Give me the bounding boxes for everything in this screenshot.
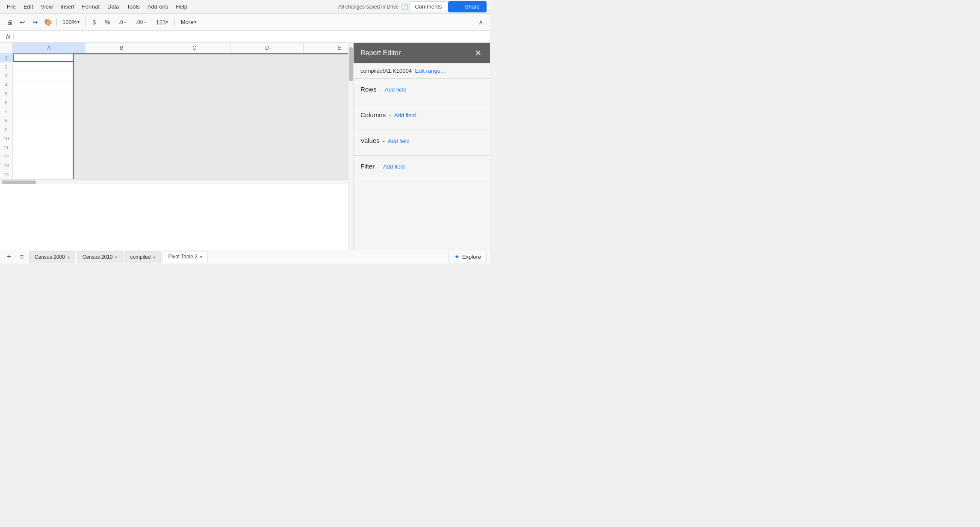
report-values-add-link[interactable]: Add field	[388, 138, 410, 144]
tab-census2000-label: Census 2000	[35, 254, 65, 260]
menu-tools[interactable]: Tools	[123, 2, 143, 12]
report-range-row: compiled!A1:K10004 Edit range...	[354, 63, 490, 79]
comments-button[interactable]: Comments	[409, 1, 447, 12]
report-editor-panel: Report Editor ✕ compiled!A1:K10004 Edit …	[353, 43, 490, 250]
tab-census2010-chevron-icon: ▾	[115, 255, 117, 260]
undo-button[interactable]: ↩	[16, 16, 28, 28]
row-num-2[interactable]: 2	[0, 62, 13, 71]
add-sheet-button[interactable]: +	[3, 252, 15, 263]
more-label: More	[181, 19, 194, 25]
formula-input[interactable]	[17, 33, 487, 40]
menu-insert[interactable]: Insert	[57, 2, 78, 12]
row-num-6[interactable]: 6	[0, 98, 13, 107]
row-num-3[interactable]: 3	[0, 71, 13, 80]
menu-edit[interactable]: Edit	[20, 2, 36, 12]
explore-button[interactable]: ✦ Explore	[449, 251, 487, 263]
report-rows-add-link[interactable]: Add field	[385, 86, 407, 93]
report-range-edit-link[interactable]: Edit range...	[415, 68, 445, 74]
zoom-chevron-icon: ▾	[77, 20, 80, 24]
toolbar-divider-1	[56, 18, 57, 27]
number-format-label: 123	[156, 19, 165, 26]
paint-format-button[interactable]: 🎨	[42, 16, 54, 28]
currency-button[interactable]: $	[88, 18, 100, 27]
share-label: Share	[465, 3, 480, 10]
report-editor-header: Report Editor ✕	[354, 43, 490, 63]
row-num-1[interactable]: 1	[0, 53, 13, 62]
tab-compiled[interactable]: compiled ▾	[124, 251, 161, 263]
col-header-d[interactable]: D	[231, 43, 304, 53]
decimal-less-arrow-icon: ←	[123, 20, 127, 24]
scrollbar-thumb-v[interactable]	[349, 47, 353, 81]
report-values-dash: -	[383, 138, 386, 144]
toolbar-right: ∧	[475, 16, 487, 28]
tab-pivottable2-chevron-icon: ▾	[200, 255, 202, 259]
decimal-less-icon: .0	[119, 19, 123, 25]
row-num-4[interactable]: 4	[0, 80, 13, 89]
col-header-a[interactable]: A	[13, 43, 86, 53]
share-person-icon: 👤	[455, 3, 462, 10]
tab-pivottable2[interactable]: Pivot Table 2 ▾	[162, 251, 208, 263]
menu-file[interactable]: File	[3, 2, 19, 12]
print-button[interactable]: 🖨	[3, 16, 15, 28]
scrollbar-thumb-h[interactable]	[2, 181, 36, 184]
save-status-text: All changes saved in Drive	[338, 4, 398, 10]
share-button[interactable]: 👤 Share	[448, 1, 487, 12]
formula-bar: fx	[0, 31, 490, 43]
toolbar-divider-3	[174, 18, 175, 27]
menu-help[interactable]: Help	[172, 2, 191, 12]
row-num-13[interactable]: 13	[0, 161, 13, 170]
report-filter-label: Filter	[360, 163, 375, 170]
horizontal-scrollbar[interactable]	[0, 179, 348, 184]
row-num-12[interactable]: 12	[0, 152, 13, 161]
row-num-7[interactable]: 7	[0, 107, 13, 116]
row-num-8[interactable]: 8	[0, 116, 13, 125]
report-section-columns: Columns - Add field	[354, 104, 490, 130]
report-section-values: Values - Add field	[354, 130, 490, 156]
percent-button[interactable]: %	[101, 18, 114, 27]
report-columns-label: Columns	[360, 111, 386, 118]
tab-census2000[interactable]: Census 2000 ▾	[29, 251, 75, 263]
col-header-e[interactable]: E	[304, 43, 348, 53]
sheets-menu-button[interactable]: ≡	[16, 252, 27, 263]
decimal-less-button[interactable]: .0 ←	[115, 18, 131, 27]
pivot-table-area	[73, 53, 348, 179]
tab-census2010[interactable]: Census 2010 ▾	[77, 251, 123, 263]
menu-format[interactable]: Format	[79, 2, 103, 12]
more-button[interactable]: More ▾	[177, 18, 200, 26]
row-num-14[interactable]: 14	[0, 170, 13, 179]
report-columns-add-link[interactable]: Add field	[394, 112, 416, 118]
report-rows-dash: -	[380, 86, 383, 93]
vertical-scrollbar[interactable]	[348, 43, 353, 250]
tab-census2010-label: Census 2010	[83, 254, 113, 260]
tab-compiled-label: compiled	[130, 254, 151, 260]
report-editor-close-button[interactable]: ✕	[473, 48, 483, 58]
report-columns-dash: -	[389, 112, 393, 118]
row-num-5[interactable]: 5	[0, 89, 13, 98]
tab-census2000-chevron-icon: ▾	[68, 255, 70, 260]
menu-addons[interactable]: Add-ons	[144, 2, 171, 12]
zoom-selector[interactable]: 100% ▾	[59, 18, 83, 27]
row-num-9[interactable]: 9	[0, 125, 13, 134]
col-header-c[interactable]: C	[158, 43, 231, 53]
collapse-toolbar-button[interactable]: ∧	[475, 16, 487, 28]
menu-data[interactable]: Data	[104, 2, 122, 12]
menu-view[interactable]: View	[37, 2, 56, 12]
report-filter-add-link[interactable]: Add field	[383, 163, 405, 170]
col-header-b[interactable]: B	[86, 43, 158, 53]
bottom-bar: + ≡ Census 2000 ▾ Census 2010 ▾ compiled…	[0, 250, 490, 264]
decimal-more-icon: .00	[136, 19, 143, 25]
redo-button[interactable]: ↪	[29, 16, 41, 28]
toolbar-divider-2	[85, 18, 86, 27]
report-values-label: Values	[360, 137, 380, 144]
decimal-more-button[interactable]: .00 →	[132, 18, 151, 27]
report-section-rows: Rows - Add field	[354, 79, 490, 104]
more-chevron-icon: ▾	[194, 20, 196, 24]
report-section-filter: Filter - Add field	[354, 156, 490, 181]
menu-bar: File Edit View Insert Format Data Tools …	[0, 0, 490, 14]
report-rows-label: Rows	[360, 86, 377, 93]
row-num-10[interactable]: 10	[0, 134, 13, 143]
row-num-11[interactable]: 11	[0, 143, 13, 152]
collapse-icon: ∧	[478, 18, 483, 26]
number-format-button[interactable]: 123 ▾	[152, 18, 171, 27]
report-range-text: compiled!A1:K10004	[360, 68, 412, 74]
